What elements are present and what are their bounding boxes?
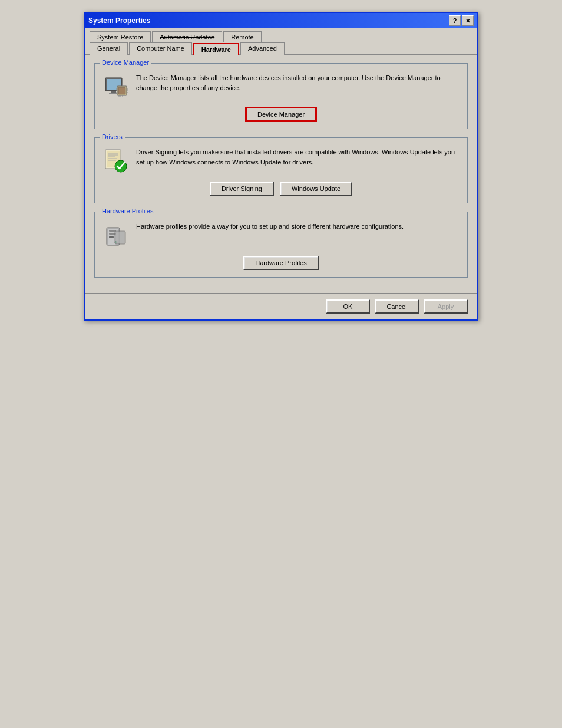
device-manager-svg (103, 74, 129, 100)
drivers-section: Drivers (94, 137, 468, 203)
device-manager-section: Device Manager (94, 63, 468, 129)
tab-computer-name[interactable]: Computer Name (129, 42, 192, 55)
svg-rect-2 (111, 91, 116, 93)
tab-bar-bottom: General Computer Name Hardware Advanced (85, 42, 477, 55)
tab-advanced[interactable]: Advanced (240, 42, 285, 55)
close-button[interactable]: ✕ (462, 15, 474, 26)
window-title: System Properties (88, 17, 150, 25)
main-content: Device Manager (85, 56, 477, 293)
bottom-bar: OK Cancel Apply (85, 293, 477, 319)
hardware-profiles-section: Hardware Profiles (94, 212, 468, 278)
tab-bar-top: System Restore Automatic Updates Remote (85, 28, 477, 42)
svg-rect-31 (109, 236, 114, 238)
svg-rect-33 (116, 232, 124, 243)
apply-button[interactable]: Apply (424, 299, 468, 314)
hardware-profiles-description: Hardware profiles provide a way for you … (136, 222, 460, 232)
drivers-title: Drivers (100, 133, 125, 140)
driver-signing-button[interactable]: Driver Signing (210, 182, 274, 196)
tab-remote[interactable]: Remote (223, 31, 262, 42)
drivers-icon (102, 147, 130, 176)
device-manager-icon (102, 73, 130, 101)
tab-general[interactable]: General (90, 42, 128, 55)
hardware-profiles-inner: Hardware profiles provide a way for you … (102, 222, 460, 250)
device-manager-button-row: Device Manager (102, 107, 460, 121)
help-button[interactable]: ? (449, 15, 461, 26)
drivers-inner: Driver Signing lets you make sure that i… (102, 147, 460, 176)
drivers-description: Driver Signing lets you make sure that i… (136, 147, 460, 167)
hardware-profiles-button-row: Hardware Profiles (102, 256, 460, 270)
cancel-button[interactable]: Cancel (375, 299, 419, 314)
drivers-svg (103, 149, 129, 174)
tab-hardware[interactable]: Hardware (193, 43, 239, 55)
device-manager-button[interactable]: Device Manager (246, 107, 316, 121)
hardware-profiles-icon (102, 222, 130, 250)
device-manager-inner: The Device Manager lists all the hardwar… (102, 73, 460, 101)
ok-button[interactable]: OK (326, 299, 370, 314)
system-properties-window: System Properties ? ✕ System Restore Aut… (84, 12, 478, 321)
title-bar-controls: ? ✕ (449, 15, 474, 26)
svg-rect-5 (118, 87, 125, 94)
device-manager-description: The Device Manager lists all the hardwar… (136, 73, 460, 93)
hardware-profiles-svg (103, 223, 129, 249)
device-manager-title: Device Manager (100, 59, 151, 66)
title-bar: System Properties ? ✕ (85, 13, 477, 28)
drivers-button-row: Driver Signing Windows Update (102, 182, 460, 196)
windows-update-button[interactable]: Windows Update (280, 182, 352, 196)
hardware-profiles-button[interactable]: Hardware Profiles (243, 256, 318, 270)
tab-system-restore[interactable]: System Restore (90, 31, 151, 42)
tab-automatic-updates[interactable]: Automatic Updates (152, 31, 222, 42)
hardware-profiles-title: Hardware Profiles (100, 207, 156, 215)
